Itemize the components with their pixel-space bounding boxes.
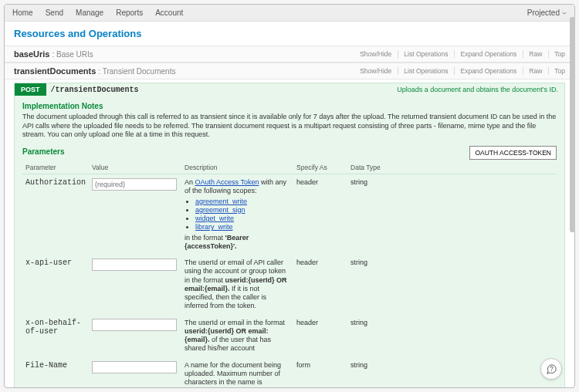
scope-link[interactable]: widget_write <box>195 215 234 222</box>
projected-dropdown[interactable]: Projected <box>527 8 567 17</box>
param-data-type: string <box>347 357 557 387</box>
operation-path: /transientDocuments <box>51 86 139 94</box>
param-name: x-api-user <box>22 255 89 315</box>
scope-link[interactable]: agreement_write <box>195 198 247 205</box>
table-row: x-on-behalf-of-userThe userId or email i… <box>22 315 557 357</box>
param-specify-as: header <box>293 174 347 255</box>
section-action[interactable]: Top <box>548 50 565 58</box>
implementation-notes: The document uploaded through this call … <box>22 113 557 140</box>
param-specify-as: header <box>293 255 347 315</box>
parameters-heading: Parameters <box>22 147 469 156</box>
nav-account[interactable]: Account <box>155 8 183 17</box>
section-action[interactable]: Show/Hide <box>360 50 391 58</box>
operation-summary: Uploads a document and obtains the docum… <box>397 86 564 93</box>
chat-icon <box>546 363 557 375</box>
section-action[interactable]: Expand Operations <box>454 67 516 75</box>
table-row: AuthorizationAn OAuth Access Token with … <box>22 174 557 255</box>
section-action[interactable]: List Operations <box>398 67 448 75</box>
operation-header[interactable]: POST /transientDocuments Uploads a docum… <box>15 83 564 96</box>
param-name: x-on-behalf-of-user <box>22 315 89 357</box>
http-method-badge: POST <box>15 83 46 96</box>
nav-reports[interactable]: Reports <box>116 8 143 17</box>
nav-home[interactable]: Home <box>12 8 33 17</box>
param-data-type: string <box>347 174 557 255</box>
param-name: File-Name <box>22 357 89 387</box>
section-action[interactable]: Show/Hide <box>360 67 391 75</box>
param-value-input[interactable] <box>92 319 177 331</box>
param-value-input[interactable] <box>92 361 177 373</box>
param-description: An OAuth Access Token with any of the fo… <box>181 174 293 255</box>
section-action[interactable]: Raw <box>523 50 542 58</box>
section-transientdocuments[interactable]: transientDocuments : Transient Documents… <box>5 63 574 79</box>
param-data-type: string <box>347 255 557 315</box>
page-title: Resources and Operations <box>5 22 574 46</box>
section-action[interactable]: Top <box>548 67 565 75</box>
oauth-token-link[interactable]: OAuth Access Token <box>195 178 259 186</box>
svg-point-0 <box>551 370 552 371</box>
section-action[interactable]: Expand Operations <box>454 50 516 58</box>
operation-block: POST /transientDocuments Uploads a docum… <box>14 83 565 387</box>
scope-link[interactable]: library_write <box>195 223 233 231</box>
table-row: File-NameA name for the document being u… <box>22 357 557 387</box>
nav-send[interactable]: Send <box>46 8 63 17</box>
section-baseuris[interactable]: baseUris : Base URIs Show/Hide List Oper… <box>5 46 574 63</box>
table-row: x-api-userThe userId or email of API cal… <box>22 255 557 315</box>
implementation-notes-heading: Implementation Notes <box>22 102 557 110</box>
param-description: The userId or email of API caller using … <box>181 255 293 315</box>
param-specify-as: form <box>293 357 347 387</box>
scrollbar[interactable] <box>570 17 575 388</box>
nav-manage[interactable]: Manage <box>76 8 103 17</box>
section-action[interactable]: List Operations <box>398 50 448 58</box>
param-value-input[interactable] <box>92 259 177 271</box>
chevron-down-icon <box>562 11 567 15</box>
top-nav: Home Send Manage Reports Account Project… <box>5 5 574 22</box>
parameters-table: Parameter Value Description Specify As D… <box>22 161 557 387</box>
param-description: A name for the document being uploaded. … <box>181 357 293 387</box>
param-description: The userId or email in the format userid… <box>181 315 293 357</box>
param-name: Authorization <box>22 174 89 255</box>
section-action[interactable]: Raw <box>523 67 542 75</box>
help-fab[interactable] <box>540 358 562 380</box>
param-specify-as: header <box>293 315 347 357</box>
param-value-input[interactable] <box>92 178 177 191</box>
param-data-type: string <box>347 315 557 357</box>
oauth-access-token-button[interactable]: OAUTH ACCESS-TOKEN <box>469 146 557 160</box>
scope-link[interactable]: agreement_sign <box>195 206 245 214</box>
